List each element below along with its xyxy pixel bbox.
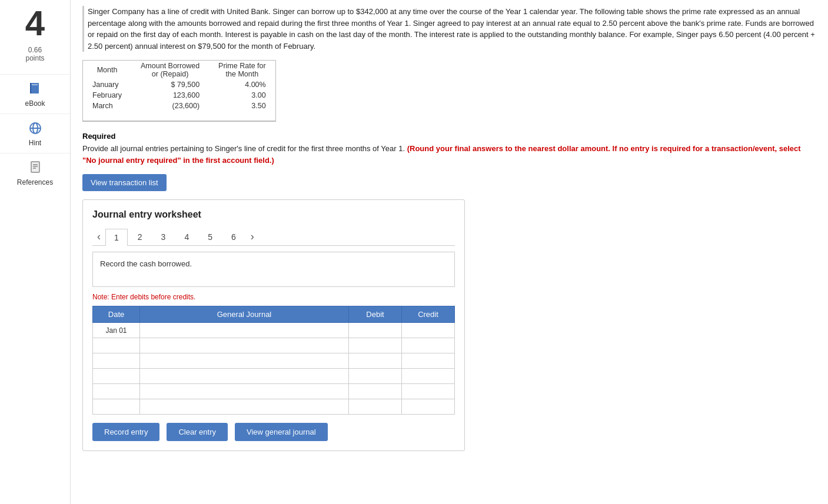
credit-cell[interactable] <box>402 338 455 353</box>
svg-rect-6 <box>31 162 39 172</box>
journal-entry-input[interactable] <box>140 369 348 383</box>
svg-rect-1 <box>32 84 38 85</box>
journal-date-cell <box>93 338 140 353</box>
journal-entry-cell[interactable] <box>140 323 349 338</box>
globe-icon <box>27 120 44 136</box>
tab-1[interactable]: 1 <box>105 229 128 246</box>
record-entry-button[interactable]: Record entry <box>92 423 159 441</box>
points-label: 0.66 points <box>25 46 44 62</box>
sidebar-item-references[interactable]: References <box>0 153 70 192</box>
instruction-text: Record the cash borrowed. <box>100 259 192 268</box>
table-cell: 3.00 <box>209 90 275 101</box>
debit-cell[interactable] <box>349 399 402 415</box>
table-row <box>93 369 455 384</box>
credit-input[interactable] <box>402 338 454 353</box>
table-row: Jan 01 <box>93 323 455 338</box>
credit-input[interactable] <box>402 399 454 414</box>
journal-entry-cell[interactable] <box>140 338 349 353</box>
worksheet-title: Journal entry worksheet <box>92 209 455 220</box>
journal-date-cell <box>93 384 140 399</box>
journal-entry-input[interactable] <box>140 338 348 353</box>
journal-worksheet: Journal entry worksheet ‹ 1 2 3 4 5 6 › … <box>82 199 465 451</box>
col-header-month: Month <box>83 61 131 79</box>
tab-prev-arrow[interactable]: ‹ <box>92 228 105 245</box>
journal-entry-input[interactable] <box>140 384 348 399</box>
debit-input[interactable] <box>349 369 401 383</box>
tab-6[interactable]: 6 <box>222 228 245 245</box>
sidebar-item-hint[interactable]: Hint <box>0 114 70 153</box>
data-table: Month Amount Borrowedor (Repaid) Prime R… <box>83 61 275 111</box>
credit-input[interactable] <box>402 369 454 383</box>
journal-date-cell: Jan 01 <box>93 323 140 338</box>
credit-input[interactable] <box>402 384 454 399</box>
clear-entry-button[interactable]: Clear entry <box>167 423 228 441</box>
sidebar-item-ebook[interactable]: eBook <box>0 74 70 114</box>
table-row <box>93 338 455 353</box>
credit-input[interactable] <box>402 323 454 338</box>
journal-date-cell <box>93 353 140 369</box>
journal-entry-cell[interactable] <box>140 369 349 384</box>
problem-text: Singer Company has a line of credit with… <box>82 6 816 52</box>
hint-label: Hint <box>29 139 41 147</box>
credit-input[interactable] <box>402 353 454 368</box>
journal-entry-cell[interactable] <box>140 399 349 415</box>
main-content: Singer Company has a line of credit with… <box>71 0 828 504</box>
instruction-box: Record the cash borrowed. <box>92 252 455 287</box>
debit-input[interactable] <box>349 384 401 399</box>
view-transaction-button[interactable]: View transaction list <box>82 174 167 191</box>
view-general-journal-button[interactable]: View general journal <box>235 423 328 441</box>
references-label: References <box>17 178 53 186</box>
journal-header-debit: Debit <box>349 306 402 323</box>
required-section: Required Provide all journal entries per… <box>82 132 816 166</box>
document-icon <box>27 159 44 176</box>
table-cell: January <box>83 79 131 90</box>
journal-date-cell <box>93 369 140 384</box>
table-cell: March <box>83 101 131 111</box>
credit-cell[interactable] <box>402 369 455 384</box>
tab-4[interactable]: 4 <box>175 228 198 245</box>
svg-rect-2 <box>30 83 31 94</box>
journal-entry-input[interactable] <box>140 323 348 338</box>
tab-next-arrow[interactable]: › <box>246 228 259 245</box>
required-text: Provide all journal entries pertaining t… <box>82 143 816 166</box>
journal-header-general: General Journal <box>140 306 349 323</box>
question-number: 4 <box>25 6 45 41</box>
debit-cell[interactable] <box>349 384 402 399</box>
action-buttons: Record entry Clear entry View general jo… <box>92 423 455 441</box>
debit-input[interactable] <box>349 399 401 414</box>
journal-table: Date General Journal Debit Credit Jan 01 <box>92 306 455 415</box>
sidebar: 4 0.66 points eBook Hint <box>0 0 71 504</box>
col-header-amount: Amount Borrowedor (Repaid) <box>131 61 209 79</box>
table-row <box>93 384 455 399</box>
tab-3[interactable]: 3 <box>152 228 175 245</box>
debit-input[interactable] <box>349 338 401 353</box>
table-cell: 123,600 <box>131 90 209 101</box>
credit-cell[interactable] <box>402 323 455 338</box>
data-table-wrapper: Month Amount Borrowedor (Repaid) Prime R… <box>82 60 276 122</box>
credit-cell[interactable] <box>402 353 455 369</box>
journal-entry-input[interactable] <box>140 353 348 368</box>
table-cell: 3.50 <box>209 101 275 111</box>
debit-cell[interactable] <box>349 323 402 338</box>
debit-cell[interactable] <box>349 369 402 384</box>
journal-entry-cell[interactable] <box>140 353 349 369</box>
book-icon <box>27 81 44 97</box>
table-cell: 4.00% <box>209 79 275 90</box>
table-cell: February <box>83 90 131 101</box>
credit-cell[interactable] <box>402 384 455 399</box>
debit-input[interactable] <box>349 353 401 368</box>
table-cell: $ 79,500 <box>131 79 209 90</box>
journal-entry-cell[interactable] <box>140 384 349 399</box>
debit-cell[interactable] <box>349 353 402 369</box>
tab-5[interactable]: 5 <box>199 228 221 245</box>
col-header-prime: Prime Rate forthe Month <box>209 61 275 79</box>
debit-cell[interactable] <box>349 338 402 353</box>
journal-entry-input[interactable] <box>140 399 348 414</box>
credit-cell[interactable] <box>402 399 455 415</box>
tab-2[interactable]: 2 <box>129 228 151 245</box>
journal-header-date: Date <box>93 306 140 323</box>
table-row <box>93 399 455 415</box>
table-row <box>93 353 455 369</box>
required-heading: Required <box>82 132 816 141</box>
debit-input[interactable] <box>349 323 401 338</box>
